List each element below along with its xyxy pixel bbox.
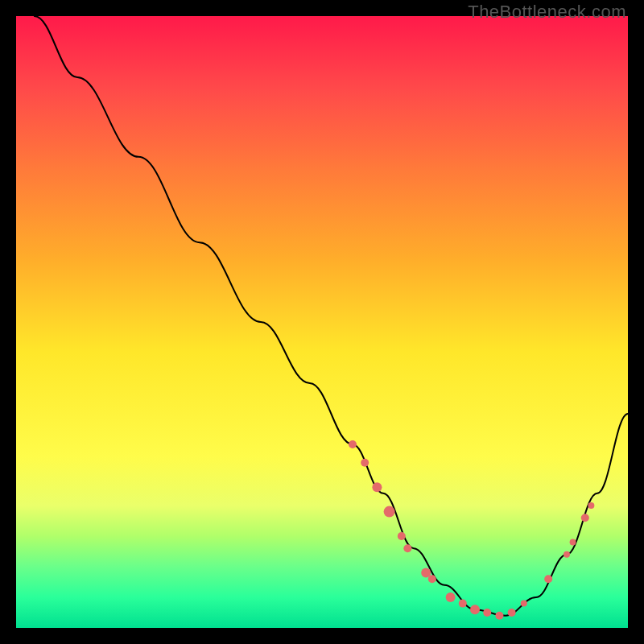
curve-marker — [581, 514, 589, 522]
curve-markers — [349, 440, 594, 620]
curve-marker — [384, 506, 395, 518]
curve-marker — [361, 459, 369, 467]
bottleneck-curve — [35, 16, 628, 616]
curve-marker — [564, 551, 570, 558]
chart-svg — [16, 16, 628, 628]
curve-marker — [588, 502, 594, 509]
curve-marker — [570, 539, 576, 546]
curve-marker — [446, 592, 456, 602]
curve-marker — [428, 575, 436, 583]
curve-marker — [483, 609, 491, 617]
curve-marker — [403, 544, 411, 552]
curve-marker — [372, 482, 382, 492]
curve-marker — [349, 440, 357, 448]
curve-marker — [459, 600, 467, 608]
curve-marker — [470, 605, 480, 614]
curve-marker — [495, 612, 503, 620]
curve-marker — [521, 601, 527, 607]
curve-marker — [508, 609, 516, 617]
curve-marker — [544, 575, 552, 583]
curve-marker — [398, 532, 406, 540]
